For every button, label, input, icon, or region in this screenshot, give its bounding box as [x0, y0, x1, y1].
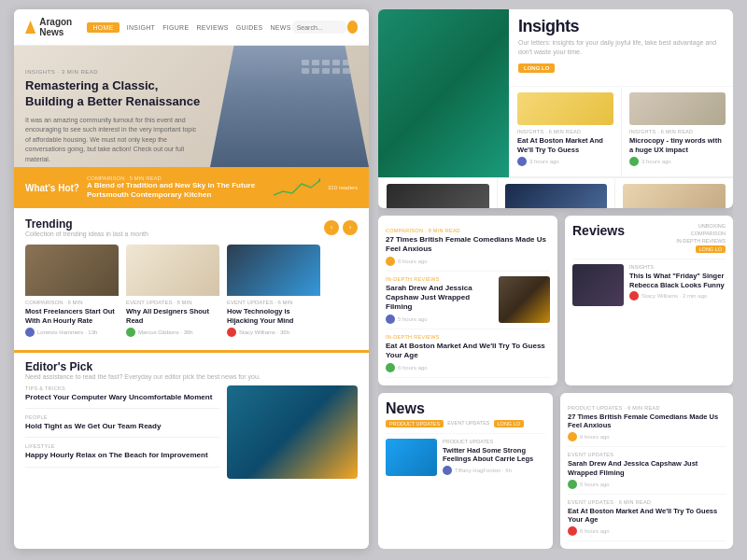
- nav-insight[interactable]: INSIGHT: [127, 24, 156, 31]
- ns-tag: EVENT UPDATES · 6 MIN READ: [568, 499, 726, 505]
- insight-card: INSIGHTS · 4 MIN Chars App and Website D…: [378, 178, 497, 208]
- insight-card-meta: 3 hours ago: [517, 157, 613, 166]
- whats-hot-title: What's Hot?: [25, 183, 79, 193]
- trending-next-button[interactable]: ›: [343, 220, 358, 235]
- insight-card-tag: INSIGHTS · 6 MIN READ: [517, 129, 613, 134]
- tc-tag: EVENT UPDATES · 6 MIN: [227, 300, 320, 305]
- search-input[interactable]: [291, 21, 347, 34]
- ep-tag: LIFESTYLE: [25, 443, 219, 449]
- comp-tag: COMPARISON · 8 MIN READ: [386, 228, 550, 233]
- nav-home[interactable]: HOME: [87, 22, 119, 33]
- ns-title: Eat At Boston Market And We'll Try To Gu…: [568, 507, 726, 525]
- trending-card-image: [227, 245, 320, 296]
- insights-description: Our letters: insights for your daily joy…: [518, 38, 724, 57]
- trending-card: COMPARISON · 6 MIN Most Freelancers Star…: [25, 245, 119, 341]
- tc-author: Lorenzo Hammers · 13h: [25, 328, 119, 337]
- nav-bar: Aragon News HOME INSIGHT FIGURE REVIEWS …: [14, 9, 369, 46]
- news-card-image: [386, 439, 437, 476]
- nav-reviews[interactable]: REVIEWS: [196, 24, 228, 31]
- ep-article: TIPS & TRICKS Protect Your Computer Wary…: [25, 385, 219, 409]
- ns-article: EVENT UPDATES · 6 MIN READ Eat At Boston…: [568, 495, 726, 542]
- ns-meta: 6 hours ago: [568, 526, 726, 536]
- nav-figure[interactable]: FIGURE: [162, 24, 189, 31]
- hero-title: Remastering a Classic, Building a Better…: [25, 78, 203, 110]
- insight-card: INSIGHTS · 6 MIN READ Eat At Boston Mark…: [509, 87, 621, 177]
- review-tag-active[interactable]: LONG LO: [696, 245, 726, 253]
- review-author: Stacy Williams · 2 min ago: [629, 291, 726, 301]
- nav-guides[interactable]: GUIDES: [236, 24, 263, 31]
- ep-article-title: Protect Your Computer Wary Uncomfortable…: [25, 393, 219, 402]
- review-card-image: [572, 264, 624, 306]
- trending-card-image: [25, 245, 119, 296]
- trending-prev-button[interactable]: ‹: [324, 220, 339, 235]
- insight-card-image: [505, 184, 608, 208]
- comp-title: 27 Times British Female Comedians Made U…: [386, 235, 550, 255]
- trending-section: Trending Collection of trending ideas in…: [14, 208, 369, 350]
- insight-card: EVENT UPDATES Pin Some Home Decor And We…: [497, 178, 615, 208]
- news-filter-tags: PRODUCT UPDATES EVENT UPDATES LONG LO: [386, 420, 545, 427]
- trending-card-image: [126, 245, 219, 296]
- comparison-section: COMPARISON · 8 MIN READ 27 Times British…: [378, 216, 557, 385]
- comp-tag: IN-DEPTH REVIEWS: [386, 334, 550, 340]
- news-tag-product[interactable]: PRODUCT UPDATES: [386, 420, 444, 427]
- left-panel: Aragon News HOME INSIGHT FIGURE REVIEWS …: [14, 9, 369, 549]
- insight-card: INSIGHTS · 4 MIN Finally a way to open &…: [614, 178, 733, 208]
- ns-title: Sarah Drew And Jessica Capshaw Just Wrap…: [568, 459, 726, 478]
- hot-title: A Blend of Tradition and New Sky in The …: [87, 181, 266, 201]
- news-section: News PRODUCT UPDATES EVENT UPDATES LONG …: [378, 393, 553, 550]
- hero-section: INSIGHTS · 3 MIN READ Remastering a Clas…: [14, 46, 369, 167]
- ep-tag: TIPS & TRICKS: [25, 385, 219, 391]
- comp-title: Eat At Boston Market And We'll Try To Gu…: [386, 342, 550, 361]
- editors-pick-header: Editor's Pick Need assistance to read th…: [25, 360, 358, 380]
- ep-article-title: Hold Tight as We Get Our Team Ready: [25, 422, 219, 431]
- ep-article-title: Happy Hourly Relax on The Beach for Impr…: [25, 451, 219, 460]
- right-panel: Insights Our letters: insights for your …: [378, 9, 733, 549]
- insight-card-title: Eat At Boston Market And We'll Try To Gu…: [517, 136, 613, 155]
- editors-pick-articles: TIPS & TRICKS Protect Your Computer Wary…: [25, 385, 219, 479]
- review-card: INSIGHTS This Is What "Friday" Singer Re…: [572, 259, 726, 311]
- hot-article: COMPARISON · 5 MIN READ A Blend of Tradi…: [87, 175, 266, 201]
- insights-featured: [378, 9, 509, 177]
- news-side-section: PRODUCT UPDATES · 6 MIN READ 27 Times Br…: [560, 393, 733, 550]
- news-tag-event[interactable]: EVENT UPDATES: [447, 420, 489, 427]
- reviews-header: Reviews UNBOXING COMPARISON IN-DEPTH REV…: [572, 223, 726, 253]
- ns-meta: 5 hours ago: [568, 480, 726, 489]
- insights-featured-img: [378, 9, 509, 177]
- editors-pick-title: Editor's Pick: [25, 360, 358, 373]
- whats-hot-section: What's Hot? COMPARISON · 5 MIN READ A Bl…: [14, 167, 369, 208]
- ep-tag: PEOPLE: [25, 414, 219, 420]
- review-article-tag: INSIGHTS: [629, 264, 726, 270]
- tc-tag: COMPARISON · 6 MIN: [25, 300, 119, 305]
- hot-chart: [274, 175, 320, 201]
- tc-tag: EVENT UPDATES · 8 MIN: [126, 300, 219, 305]
- editors-pick-section: Editor's Pick Need assistance to read th…: [14, 350, 369, 486]
- insights-bottom-cards: INSIGHTS · 4 MIN Chars App and Website D…: [378, 177, 733, 208]
- editors-pick-subtitle: Need assistance to read the fast? Everyd…: [25, 373, 358, 380]
- news-title: News: [386, 400, 545, 417]
- reviews-tags: UNBOXING COMPARISON IN-DEPTH REVIEWS LON…: [676, 223, 726, 253]
- insight-card-meta: 3 hours ago: [629, 157, 726, 166]
- ep-article: PEOPLE Hold Tight as We Get Our Team Rea…: [25, 414, 219, 438]
- insight-card-image: [387, 184, 489, 208]
- insight-card-tag: INSIGHTS · 6 MIN READ: [629, 129, 726, 134]
- news-header: News PRODUCT UPDATES EVENT UPDATES LONG …: [386, 400, 545, 427]
- insights-cta-button[interactable]: LONG LO: [518, 63, 555, 73]
- news-tag-active[interactable]: LONG LO: [494, 420, 524, 427]
- reviews-section: Reviews UNBOXING COMPARISON IN-DEPTH REV…: [565, 216, 733, 385]
- trending-nav: ‹ ›: [324, 220, 358, 235]
- review-card-content: INSIGHTS This Is What "Friday" Singer Re…: [629, 264, 726, 301]
- nav-news[interactable]: NEWS: [270, 24, 290, 31]
- hero-description: It was an amazing community turnout for …: [25, 116, 203, 165]
- comp-article: COMPARISON · 8 MIN READ 27 Times British…: [386, 223, 550, 272]
- insight-card-image: [623, 184, 726, 208]
- user-avatar[interactable]: [347, 21, 358, 34]
- ns-title: 27 Times British Female Comedians Made U…: [568, 413, 726, 431]
- comp-meta: 6 hours ago: [386, 257, 550, 266]
- tc-title: Most Freelancers Start Out With An Hourl…: [25, 307, 119, 326]
- review-tag[interactable]: COMPARISON: [691, 231, 726, 236]
- insights-title: Insights: [518, 17, 724, 36]
- insights-section: Insights Our letters: insights for your …: [378, 9, 733, 208]
- tc-author: Stacy Williams · 36h: [227, 328, 320, 337]
- review-tag[interactable]: UNBOXING: [698, 223, 726, 229]
- review-tag[interactable]: IN-DEPTH REVIEWS: [676, 238, 726, 244]
